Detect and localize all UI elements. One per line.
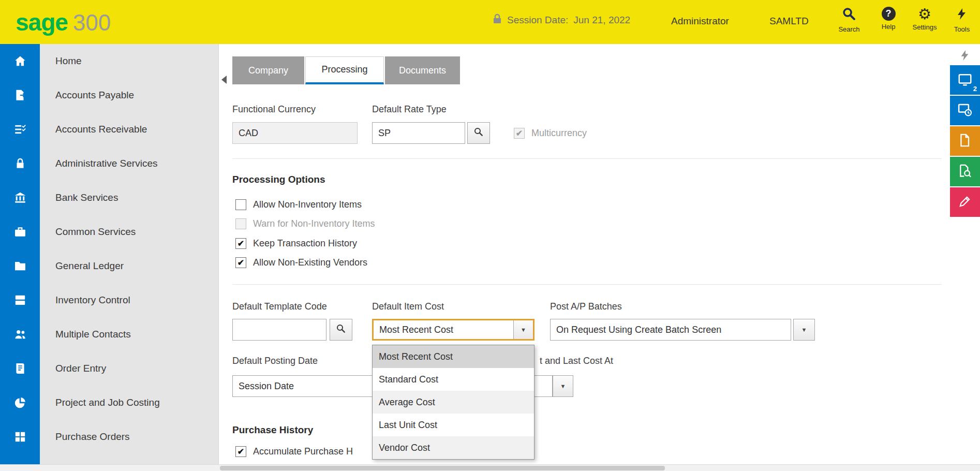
post-ap-batches-label: Post A/P Batches [550,301,622,312]
help-button[interactable]: ? Help [872,7,904,31]
allow-non-inventory-items-checkbox[interactable] [235,199,246,210]
dropdown-option-standard-cost[interactable]: Standard Cost [373,368,534,391]
sidebar-item-multiple-contacts[interactable]: Multiple Contacts [40,317,218,351]
pie-chart-icon[interactable] [0,386,40,420]
sidebar-item-label: Bank Services [55,192,118,203]
warn-non-inventory-items-label: Warn for Non-Inventory Items [253,218,375,229]
default-item-cost-value: Most Recent Cost [374,320,513,339]
dropdown-option-most-recent-cost[interactable]: Most Recent Cost [373,345,534,368]
keep-transaction-history-checkbox[interactable] [235,238,246,249]
default-template-code-field[interactable] [232,319,326,341]
allow-non-existing-vendors-row: Allow Non-Existing Vendors [235,256,367,269]
default-item-cost-label: Default Item Cost [372,301,444,312]
rate-type-finder-button[interactable] [467,122,490,144]
default-item-cost-combobox[interactable]: Most Recent Cost [372,319,534,341]
search-button[interactable]: Search [833,7,865,33]
session-date: Session Date: Jun 21, 2022 [493,13,630,26]
lock-icon [493,13,502,26]
lock-icon[interactable] [0,146,40,181]
sidebar-item-inventory-control[interactable]: Inventory Control [40,283,218,317]
top-header: sage 300 Session Date: Jun 21, 2022 Admi… [0,0,980,44]
gear-icon: ⚙ [918,7,931,21]
settings-button[interactable]: ⚙ Settings [909,7,941,31]
update-cost-dropdown-button[interactable] [553,375,573,397]
sidebar-menu: Home Accounts Payable Accounts Receivabl… [40,44,219,471]
magnifier-icon [336,323,346,336]
multicurrency-checkbox [514,128,525,139]
functional-currency-label: Functional Currency [232,104,316,115]
session-date-label: Session Date: [507,14,568,26]
sidebar-item-label: Inventory Control [55,295,130,306]
briefcase-icon[interactable] [0,215,40,249]
accumulate-purchase-history-row: Accumulate Purchase H [235,445,353,458]
quick-actions-lightning-icon[interactable] [950,49,980,62]
tab-processing[interactable]: Processing [305,56,384,84]
dropdown-option-vendor-cost[interactable]: Vendor Cost [373,436,534,459]
sidebar-item-label: Accounts Payable [55,90,134,101]
home-icon[interactable] [0,44,40,78]
sidebar-item-bank-services[interactable]: Bank Services [40,181,218,215]
sidebar-icon-strip [0,44,40,471]
tab-company[interactable]: Company [232,56,304,84]
dropdown-option-average-cost[interactable]: Average Cost [373,391,534,414]
tab-label: Documents [399,65,446,76]
inquiry-button[interactable] [950,157,980,186]
sidebar-item-general-ledger[interactable]: General Ledger [40,249,218,283]
inventory-icon[interactable] [0,283,40,317]
logo-sage-text: sage [16,8,68,36]
recent-windows-button[interactable] [950,96,980,125]
section-divider [232,284,942,285]
update-cost-label-fragment: t and Last Cost At [540,356,613,366]
sidebar-item-accounts-payable[interactable]: Accounts Payable [40,78,218,112]
sidebar-item-common-services[interactable]: Common Services [40,215,218,249]
warn-non-inventory-items-checkbox [235,218,246,229]
horizontal-scrollbar-thumb[interactable] [220,466,665,470]
keep-transaction-history-row: Keep Transaction History [235,237,357,249]
checklist-icon[interactable] [0,112,40,146]
chevron-down-icon[interactable] [513,320,533,339]
tab-documents[interactable]: Documents [385,56,460,84]
allow-non-inventory-items-row: Allow Non-Inventory Items [235,198,362,211]
sage-300-logo: sage 300 [16,8,111,36]
search-icon [842,7,856,23]
bank-icon[interactable] [0,181,40,215]
open-windows-button[interactable]: 2 [950,65,980,95]
sidebar-item-home[interactable]: Home [40,44,218,78]
reports-button[interactable] [950,126,980,156]
allow-non-inventory-items-label: Allow Non-Inventory Items [253,199,362,210]
accumulate-purchase-history-label: Accumulate Purchase H [253,446,353,457]
functional-currency-field [232,122,358,144]
collapse-panel-arrow-icon[interactable] [221,76,227,84]
allow-non-existing-vendors-checkbox[interactable] [235,257,246,268]
sidebar-item-purchase-orders[interactable]: Purchase Orders [40,420,218,454]
default-rate-type-field[interactable] [372,122,465,144]
sidebar-item-accounts-receivable[interactable]: Accounts Receivable [40,112,218,146]
post-ap-batches-dropdown-button[interactable] [793,319,815,341]
document-arrow-icon[interactable] [0,78,40,112]
window-icon [957,71,973,89]
right-toolbar: 2 [950,44,980,471]
document-icon [958,133,972,150]
sidebar-item-label: Home [55,55,82,67]
default-rate-type-label: Default Rate Type [372,104,447,115]
sidebar-item-label: Administrative Services [55,158,157,169]
default-item-cost-dropdown-list: Most Recent Cost Standard Cost Average C… [372,345,534,460]
folder-icon[interactable] [0,249,40,283]
template-code-finder-button[interactable] [330,319,352,341]
tools-button[interactable]: Tools [946,7,978,33]
allow-non-existing-vendors-label: Allow Non-Existing Vendors [253,257,367,268]
help-icon: ? [882,7,896,21]
default-template-code-label: Default Template Code [232,301,327,312]
accumulate-purchase-history-checkbox[interactable] [235,446,246,457]
settings-label: Settings [913,23,937,31]
people-icon[interactable] [0,317,40,351]
post-ap-batches-combobox[interactable]: On Request Using Create Batch Screen [550,319,791,341]
grid-icon[interactable] [0,420,40,454]
sidebar-item-project-and-job-costing[interactable]: Project and Job Costing [40,386,218,420]
document-search-icon [958,164,972,180]
dropdown-option-last-unit-cost[interactable]: Last Unit Cost [373,414,534,436]
notes-edit-button[interactable] [950,187,980,217]
sidebar-item-order-entry[interactable]: Order Entry [40,351,218,386]
sidebar-item-administrative-services[interactable]: Administrative Services [40,146,218,181]
book-icon[interactable] [0,351,40,386]
